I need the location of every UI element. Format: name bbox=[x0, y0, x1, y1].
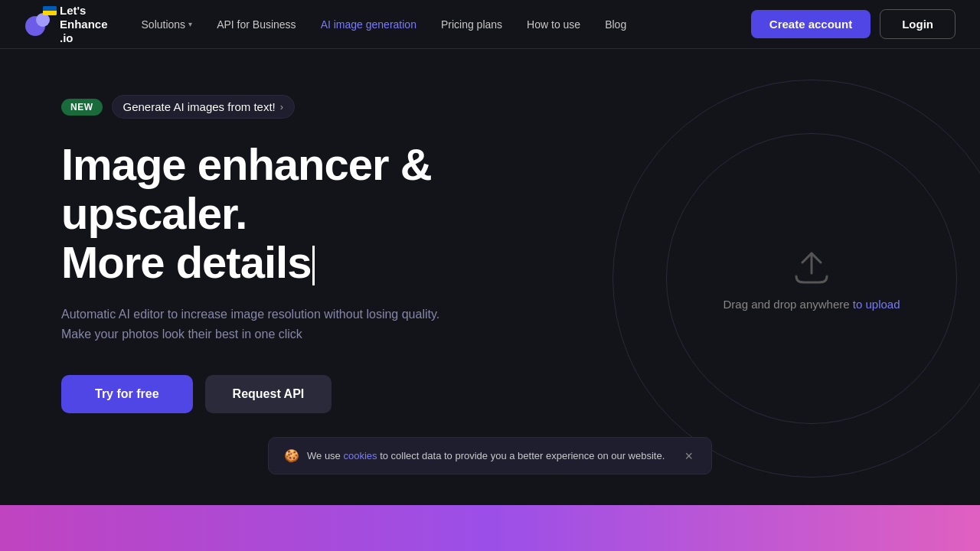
new-badge: NEW bbox=[61, 99, 103, 116]
nav-left: Let's Enhance .io Solutions ▾ API for Bu… bbox=[24, 4, 635, 45]
hero-subtitle: Automatic AI editor to increase image re… bbox=[61, 305, 505, 344]
nav-right: Create account Login bbox=[751, 9, 956, 39]
chevron-down-icon: ▾ bbox=[188, 20, 192, 28]
text-cursor bbox=[312, 246, 315, 285]
nav-links: Solutions ▾ API for Business AI image ge… bbox=[132, 14, 636, 35]
nav-api[interactable]: API for Business bbox=[207, 14, 305, 35]
circle-inner: Drag and drop anywhere to upload bbox=[666, 133, 957, 424]
logo[interactable]: Let's Enhance .io bbox=[24, 4, 108, 45]
upload-area[interactable]: Drag and drop anywhere to upload bbox=[723, 247, 900, 311]
hero-title: Image enhancer & upscaler. More details bbox=[61, 140, 582, 286]
new-badge-text[interactable]: Generate AI images from text! › bbox=[112, 95, 296, 119]
hero-buttons: Try for free Request API bbox=[61, 375, 582, 413]
cookies-link[interactable]: cookies bbox=[343, 450, 377, 461]
navbar: Let's Enhance .io Solutions ▾ API for Bu… bbox=[0, 0, 980, 49]
new-badge-row: NEW Generate AI images from text! › bbox=[61, 95, 582, 119]
ukraine-flag bbox=[43, 6, 57, 15]
cookie-banner: 🍪 We use cookies to collect data to prov… bbox=[268, 437, 712, 474]
nav-ai-image[interactable]: AI image generation bbox=[312, 14, 426, 35]
drag-text: Drag and drop anywhere to upload bbox=[723, 298, 900, 311]
cookie-text: We use cookies to collect data to provid… bbox=[307, 450, 665, 461]
request-api-button[interactable]: Request API bbox=[205, 375, 332, 413]
cookie-icon: 🍪 bbox=[284, 448, 299, 463]
try-for-free-button[interactable]: Try for free bbox=[61, 375, 193, 413]
arrow-icon: › bbox=[280, 101, 283, 112]
bottom-gradient-strip bbox=[0, 505, 980, 551]
nav-pricing[interactable]: Pricing plans bbox=[432, 14, 511, 35]
hero-section: Drag and drop anywhere to upload NEW Gen… bbox=[0, 49, 980, 551]
create-account-button[interactable]: Create account bbox=[751, 10, 871, 38]
hero-content: NEW Generate AI images from text! › Imag… bbox=[61, 95, 582, 413]
cookie-close-button[interactable]: × bbox=[681, 449, 696, 463]
nav-solutions[interactable]: Solutions ▾ bbox=[132, 14, 202, 35]
upload-link[interactable]: to upload bbox=[853, 298, 900, 311]
logo-icon-wrap bbox=[24, 9, 52, 40]
login-button[interactable]: Login bbox=[880, 9, 956, 39]
logo-text: Let's Enhance .io bbox=[60, 4, 108, 45]
nav-how[interactable]: How to use bbox=[518, 14, 590, 35]
upload-icon bbox=[789, 247, 835, 285]
circle-outer: Drag and drop anywhere to upload bbox=[612, 80, 980, 478]
nav-blog[interactable]: Blog bbox=[596, 14, 635, 35]
